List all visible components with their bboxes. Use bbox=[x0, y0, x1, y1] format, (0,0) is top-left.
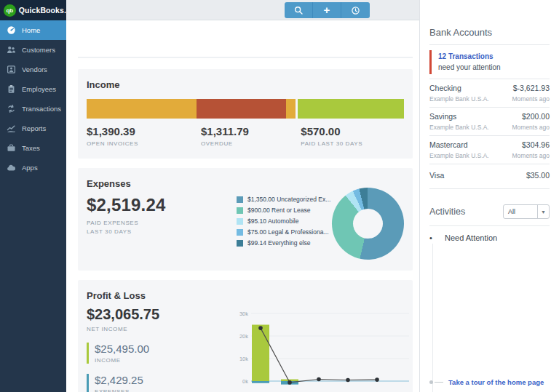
qb-logo-icon: qb bbox=[4, 4, 16, 17]
sidebar-item-taxes[interactable]: Taxes bbox=[0, 138, 66, 158]
gauge-icon bbox=[7, 25, 16, 35]
plus-icon: + bbox=[324, 4, 330, 15]
svg-text:30k: 30k bbox=[239, 311, 248, 317]
overdue-stat[interactable]: $1,311.79 OVERDUE bbox=[201, 125, 249, 147]
account-balance: $-3,621.93 bbox=[513, 84, 550, 92]
employees-icon bbox=[7, 84, 16, 94]
content-header-strip bbox=[78, 20, 413, 58]
profit-loss-chart[interactable]: 30k20k10k0k bbox=[231, 308, 409, 392]
account-row-checking[interactable]: Checking $-3,621.93 Example Bank U.S.A. … bbox=[429, 79, 550, 108]
stat-amount: $570.00 bbox=[301, 125, 362, 137]
topbar-button-group: + bbox=[285, 2, 370, 18]
sidebar-item-vendors[interactable]: Vendors bbox=[0, 60, 66, 79]
account-updated: Moments ago bbox=[512, 124, 550, 131]
account-name: Visa bbox=[429, 171, 444, 180]
account-name: Mastercard bbox=[429, 140, 468, 149]
sidebar-item-label: Apps bbox=[22, 164, 38, 172]
timeline-line bbox=[432, 244, 433, 392]
sidebar-item-home[interactable]: Home bbox=[0, 20, 66, 40]
legend-item: $900.00 Rent or Lease bbox=[237, 207, 330, 214]
divider bbox=[429, 44, 550, 45]
income-card: Income $1,390.39 OPEN INVOICES $1,311.79… bbox=[78, 69, 413, 159]
divider bbox=[429, 225, 550, 226]
legend-label: $99.14 Everything else bbox=[247, 239, 310, 247]
account-row-visa[interactable]: Visa $35.00 bbox=[429, 164, 550, 189]
create-new-button[interactable]: + bbox=[313, 2, 341, 18]
bank-accounts-title: Bank Accounts bbox=[429, 27, 550, 38]
sidebar-item-label: Taxes bbox=[22, 144, 40, 152]
tour-footer: Take a tour of the home page bbox=[429, 378, 544, 386]
account-bank: Example Bank U.S.A. bbox=[429, 95, 489, 103]
activity-item-need-attention[interactable]: • Need Attention bbox=[429, 233, 550, 242]
recent-transactions-button[interactable] bbox=[341, 2, 370, 18]
stat-amount: $1,311.79 bbox=[201, 125, 249, 137]
expenses-card-title: Expenses bbox=[87, 178, 404, 189]
right-panel: Bank Accounts 12 Transactions need your … bbox=[419, 0, 559, 392]
legend-item: $95.10 Automobile bbox=[237, 217, 330, 225]
activities-timeline: • Need Attention bbox=[429, 233, 550, 392]
expenses-card: Expenses $2,519.24 PAID EXPENSES LAST 30… bbox=[78, 168, 413, 271]
sidebar-item-transactions[interactable]: Transactions bbox=[0, 99, 66, 119]
account-row-mastercard[interactable]: Mastercard $304.96 Example Bank U.S.A. M… bbox=[429, 136, 550, 164]
account-row-savings[interactable]: Savings $200.00 Example Bank U.S.A. Mome… bbox=[429, 108, 550, 136]
paid-stat[interactable]: $570.00 PAID LAST 30 DAYS bbox=[301, 125, 362, 147]
account-balance: $35.00 bbox=[526, 171, 550, 180]
sidebar: qb QuickBooks. Home Customers Vendors bbox=[0, 0, 66, 392]
transactions-alert: 12 Transactions need your attention bbox=[429, 50, 550, 74]
legend-label: $1,350.00 Uncategorized Ex... bbox=[247, 196, 330, 203]
search-icon bbox=[294, 6, 304, 15]
account-balance: $304.96 bbox=[522, 140, 550, 149]
account-bank: Example Bank U.S.A. bbox=[429, 152, 489, 159]
svg-text:20k: 20k bbox=[239, 333, 248, 340]
sidebar-item-label: Employees bbox=[22, 85, 56, 93]
sidebar-item-reports[interactable]: Reports bbox=[0, 119, 66, 138]
reports-icon bbox=[7, 124, 16, 133]
app-title: QuickBooks. bbox=[19, 6, 66, 15]
legend-label: $900.00 Rent or Lease bbox=[247, 207, 310, 214]
income-stats: $1,390.39 OPEN INVOICES $1,311.79 OVERDU… bbox=[87, 125, 404, 151]
legend-label: $75.00 Legal & Professiona... bbox=[247, 228, 329, 236]
stat-label: OPEN INVOICES bbox=[87, 140, 138, 147]
legend-item: $99.14 Everything else bbox=[237, 239, 330, 247]
legend-item: $1,350.00 Uncategorized Ex... bbox=[237, 196, 330, 203]
chevron-down-icon: ▼ bbox=[537, 205, 549, 218]
account-updated: Moments ago bbox=[512, 152, 550, 159]
dashboard-content: Income $1,390.39 OPEN INVOICES $1,311.79… bbox=[66, 20, 419, 392]
income-money-bar[interactable] bbox=[87, 99, 404, 119]
sidebar-item-label: Home bbox=[22, 26, 40, 34]
donut-hole bbox=[353, 209, 383, 239]
profit-loss-card-title: Profit & Loss bbox=[87, 290, 404, 301]
stat-label: OVERDUE bbox=[201, 140, 249, 147]
sidebar-item-label: Transactions bbox=[22, 105, 61, 113]
sidebar-item-label: Reports bbox=[22, 124, 46, 132]
timeline-dash bbox=[435, 382, 443, 383]
open-invoices-stat[interactable]: $1,390.39 OPEN INVOICES bbox=[87, 125, 138, 147]
timeline-dot-icon bbox=[429, 380, 433, 384]
home-tour-link[interactable]: Take a tour of the home page bbox=[448, 378, 544, 386]
logo[interactable]: qb QuickBooks. bbox=[0, 0, 66, 20]
svg-text:10k: 10k bbox=[239, 356, 248, 362]
main-area: + Income $1,390.39 OPEN INVOICES bbox=[66, 0, 419, 392]
sidebar-item-employees[interactable]: Employees bbox=[0, 79, 66, 99]
dropdown-value: All bbox=[504, 208, 537, 215]
topbar: + bbox=[66, 0, 419, 20]
account-updated: Moments ago bbox=[512, 95, 550, 103]
sidebar-item-apps[interactable]: Apps bbox=[0, 158, 66, 177]
vendors-icon bbox=[7, 65, 16, 74]
transactions-alert-text: need your attention bbox=[438, 63, 550, 71]
quickbooks-app: qb QuickBooks. Home Customers Vendors bbox=[0, 0, 559, 392]
legend-swatch bbox=[237, 218, 243, 225]
legend-item: $75.00 Legal & Professiona... bbox=[237, 228, 330, 236]
account-balance: $200.00 bbox=[522, 112, 550, 121]
legend-swatch bbox=[237, 240, 243, 247]
transactions-count-link[interactable]: 12 Transactions bbox=[438, 52, 550, 60]
stat-label: PAID LAST 30 DAYS bbox=[301, 140, 362, 147]
legend-swatch bbox=[237, 229, 243, 236]
sidebar-item-customers[interactable]: Customers bbox=[0, 40, 66, 60]
search-button[interactable] bbox=[285, 2, 313, 18]
legend-swatch bbox=[237, 196, 243, 203]
sidebar-item-label: Vendors bbox=[22, 65, 47, 73]
account-name: Checking bbox=[429, 84, 461, 92]
account-bank: Example Bank U.S.A. bbox=[429, 124, 489, 131]
activities-filter-dropdown[interactable]: All ▼ bbox=[503, 204, 550, 219]
